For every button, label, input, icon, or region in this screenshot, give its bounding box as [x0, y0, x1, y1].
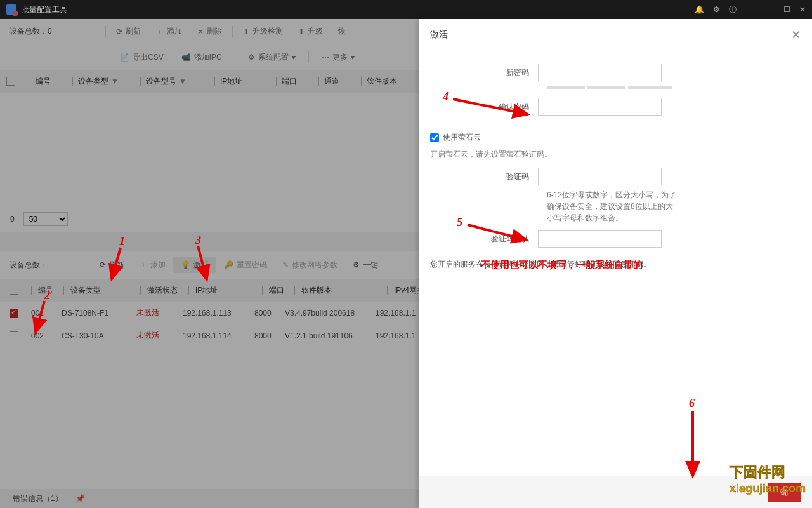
cell-id: 001	[31, 309, 62, 318]
x-icon: ✕	[197, 28, 204, 36]
add-button[interactable]: ＋添加	[132, 260, 173, 271]
filter-icon[interactable]: ▼	[179, 77, 187, 86]
cell-type: CS-T30-10A	[62, 331, 136, 340]
new-password-label: 新密码	[430, 67, 538, 78]
ipc-icon: 📹	[181, 53, 191, 61]
cell-status: 未激活	[136, 330, 183, 341]
panel-title: 激活	[430, 29, 448, 41]
ezviz-label: 使用萤石云	[443, 132, 481, 143]
cell-version: V1.2.1 build 191106	[285, 331, 376, 340]
lower-total: 设备总数：	[10, 260, 48, 271]
cell-version: V3.4.97build 200618	[285, 309, 376, 318]
gear-icon: ⚙	[248, 53, 255, 61]
new-password-input[interactable]	[538, 64, 662, 81]
ok-button[interactable]: 确	[768, 483, 801, 502]
cell-id: 002	[31, 331, 62, 340]
refresh-button[interactable]: ⟳刷新	[108, 26, 148, 37]
gear-icon[interactable]: ⚙	[713, 6, 720, 13]
edit-icon: ✎	[282, 261, 289, 269]
cell-port: 8000	[254, 331, 285, 340]
select-all-checkbox[interactable]	[10, 286, 18, 295]
minimize-icon[interactable]: —	[767, 6, 775, 13]
upgrade-icon: ⬆	[298, 28, 304, 36]
pin-icon[interactable]: 📌	[75, 495, 85, 502]
row-checkbox[interactable]	[10, 331, 18, 340]
titlebar: 批量配置工具 🔔 ⚙ ⓘ — ☐ ✕	[0, 0, 812, 19]
refresh-icon: ⟳	[116, 28, 122, 36]
ezviz-checkbox[interactable]	[430, 133, 439, 142]
close-icon[interactable]: ✕	[799, 6, 806, 13]
reset-pwd-button[interactable]: 🔑重置密码	[216, 260, 275, 271]
code-confirm-label: 验证码确认	[430, 234, 538, 244]
add-ipc-button[interactable]: 📹添加IPC	[173, 52, 231, 63]
cell-gateway: 192.168.1.1	[376, 331, 422, 340]
bulb-icon: 💡	[181, 261, 190, 269]
restore-button[interactable]: 恢	[331, 26, 353, 37]
bell-icon[interactable]: 🔔	[695, 6, 704, 13]
export-csv-button[interactable]: 📄导出CSV	[111, 52, 173, 63]
error-info[interactable]: 错误信息（1）	[13, 493, 63, 504]
cell-type: DS-7108N-F1	[62, 309, 136, 318]
confirm-password-label: 确认密码	[430, 102, 538, 112]
row-checkbox[interactable]	[10, 309, 18, 318]
cell-gateway: 192.168.1.1	[376, 309, 422, 318]
upgrade-check-button[interactable]: ⬆升级检测	[235, 26, 291, 37]
code-confirm-input[interactable]	[538, 230, 662, 248]
app-icon	[6, 4, 16, 15]
panel-note: 您开启的服务在使用过程中会联网，请保管好验证码并同意开启。	[430, 259, 801, 270]
cell-ip: 192.168.1.113	[183, 309, 254, 318]
netparam-button[interactable]: ✎修改网络参数	[275, 260, 345, 271]
delete-button[interactable]: ✕删除	[190, 26, 230, 37]
code-input[interactable]	[538, 168, 662, 185]
refresh-icon: ⟳	[100, 261, 106, 269]
refresh-button[interactable]: ⟳刷新	[92, 260, 132, 271]
code-hint: 6-12位字母或数字，区分大小写，为了确保设备安全，建议设置8位以上的大小写字母…	[547, 189, 680, 224]
cell-ip: 192.168.1.114	[183, 331, 254, 340]
activate-button[interactable]: 💡激活	[173, 257, 216, 273]
maximize-icon[interactable]: ☐	[783, 6, 790, 13]
export-icon: 📄	[120, 53, 129, 61]
more-button[interactable]: ⋯更多 ▾	[313, 52, 363, 63]
upgrade-check-icon: ⬆	[243, 28, 249, 36]
confirm-password-input[interactable]	[538, 98, 662, 116]
app-title: 批量配置工具	[22, 4, 695, 15]
plus-icon: ＋	[156, 28, 164, 36]
add-button[interactable]: ＋添加	[148, 26, 190, 37]
select-all-checkbox[interactable]	[6, 77, 15, 86]
password-strength	[547, 86, 801, 89]
activate-panel: 激活 ✕ 新密码 确认密码 使用萤石云 开启萤石云，请先设置萤石验证码。 验证码	[419, 19, 812, 508]
filter-icon[interactable]: ▼	[111, 77, 119, 86]
upgrade-button[interactable]: ⬆升级	[291, 26, 331, 37]
cell-status: 未激活	[136, 307, 183, 318]
onekey-button[interactable]: ⚙一键	[345, 260, 386, 271]
page-number: 0	[8, 213, 17, 225]
gear-icon: ⚙	[353, 261, 360, 269]
info-icon[interactable]: ⓘ	[729, 6, 737, 13]
key-icon: 🔑	[224, 261, 233, 269]
code-label: 验证码	[430, 171, 538, 182]
plus-icon: ＋	[140, 261, 147, 269]
page-size-select[interactable]: 50	[23, 212, 68, 226]
upper-total: 设备总数：0	[10, 26, 52, 37]
panel-close-icon[interactable]: ✕	[791, 28, 801, 42]
cell-port: 8000	[254, 309, 285, 318]
sysconf-button[interactable]: ⚙系统配置 ▾	[239, 52, 304, 63]
more-icon: ⋯	[322, 53, 329, 61]
ezviz-hint: 开启萤石云，请先设置萤石验证码。	[430, 149, 801, 160]
